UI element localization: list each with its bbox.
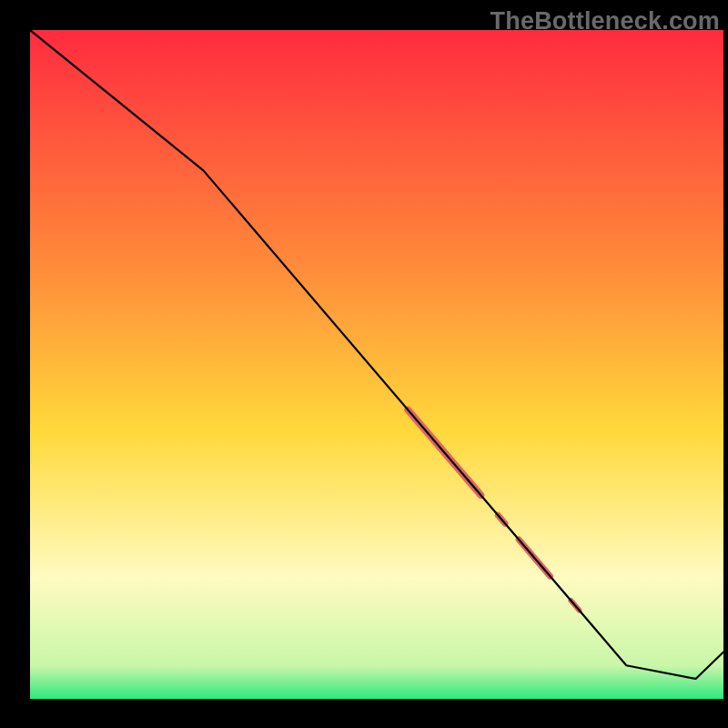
gradient-background xyxy=(30,30,723,699)
chart-frame: TheBottleneck.com xyxy=(0,0,728,728)
chart-plot xyxy=(30,30,723,699)
watermark-text: TheBottleneck.com xyxy=(490,7,720,35)
